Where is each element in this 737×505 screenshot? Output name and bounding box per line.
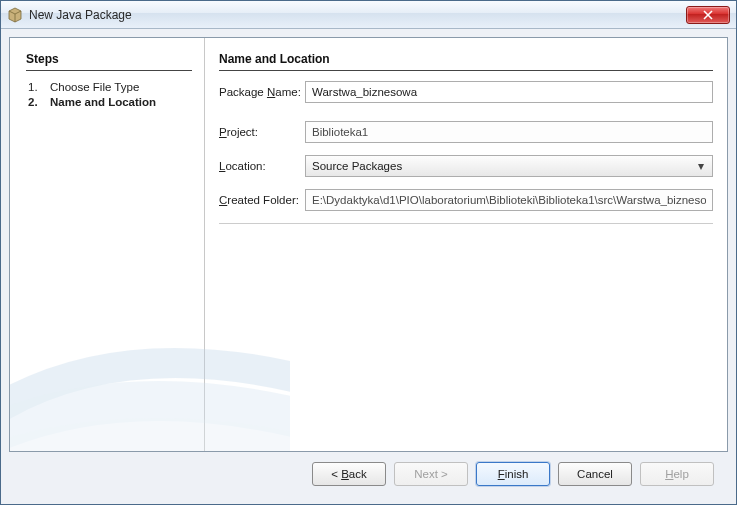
step-item-active: 2. Name and Location bbox=[28, 96, 192, 108]
dialog-content: Steps 1. Choose File Type 2. Name and Lo… bbox=[1, 29, 736, 504]
main-panel: Steps 1. Choose File Type 2. Name and Lo… bbox=[9, 37, 728, 452]
created-folder-row: Created Folder: bbox=[219, 189, 713, 211]
package-name-input[interactable] bbox=[305, 81, 713, 103]
button-row: < Back Next > Finish Cancel Help bbox=[9, 452, 728, 496]
project-input bbox=[305, 121, 713, 143]
steps-heading: Steps bbox=[26, 52, 192, 71]
titlebar[interactable]: New Java Package bbox=[1, 1, 736, 29]
step-num: 2. bbox=[28, 96, 50, 108]
step-label: Choose File Type bbox=[50, 81, 139, 93]
steps-list: 1. Choose File Type 2. Name and Location bbox=[26, 81, 192, 108]
finish-button[interactable]: Finish bbox=[476, 462, 550, 486]
location-row: Location: Source Packages ▾ bbox=[219, 155, 713, 177]
project-label: Project: bbox=[219, 126, 305, 138]
step-num: 1. bbox=[28, 81, 50, 93]
back-button[interactable]: < Back bbox=[312, 462, 386, 486]
package-name-label: Package Name: bbox=[219, 86, 305, 98]
help-button: Help bbox=[640, 462, 714, 486]
cancel-button[interactable]: Cancel bbox=[558, 462, 632, 486]
form-heading: Name and Location bbox=[219, 52, 713, 71]
separator bbox=[219, 223, 713, 224]
window-title: New Java Package bbox=[29, 8, 686, 22]
step-item: 1. Choose File Type bbox=[28, 81, 192, 93]
package-icon bbox=[7, 7, 23, 23]
steps-panel: Steps 1. Choose File Type 2. Name and Lo… bbox=[10, 38, 205, 451]
chevron-down-icon: ▾ bbox=[694, 159, 708, 173]
location-dropdown[interactable]: Source Packages ▾ bbox=[305, 155, 713, 177]
close-button[interactable] bbox=[686, 6, 730, 24]
created-folder-input bbox=[305, 189, 713, 211]
created-folder-label: Created Folder: bbox=[219, 194, 305, 206]
close-icon bbox=[703, 10, 713, 20]
package-name-row: Package Name: bbox=[219, 81, 713, 103]
dialog-window: New Java Package Steps 1. Choose File Ty… bbox=[0, 0, 737, 505]
location-label: Location: bbox=[219, 160, 305, 172]
form-panel: Name and Location Package Name: Project:… bbox=[205, 38, 727, 451]
step-label: Name and Location bbox=[50, 96, 156, 108]
location-value: Source Packages bbox=[312, 160, 694, 172]
project-row: Project: bbox=[219, 121, 713, 143]
next-button: Next > bbox=[394, 462, 468, 486]
